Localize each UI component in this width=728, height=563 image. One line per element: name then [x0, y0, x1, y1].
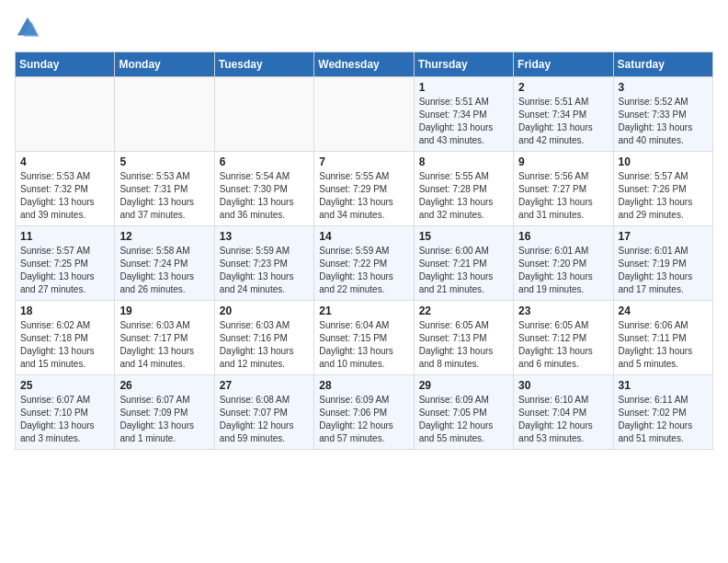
header-day: Sunday	[16, 52, 115, 77]
calendar-header: SundayMondayTuesdayWednesdayThursdayFrid…	[16, 52, 713, 77]
day-info: Sunrise: 6:02 AM Sunset: 7:18 PM Dayligh…	[20, 319, 109, 371]
header-day: Monday	[115, 52, 214, 77]
calendar-cell: 7Sunrise: 5:55 AM Sunset: 7:29 PM Daylig…	[314, 152, 414, 226]
calendar-week-row: 1Sunrise: 5:51 AM Sunset: 7:34 PM Daylig…	[16, 77, 713, 152]
day-info: Sunrise: 6:05 AM Sunset: 7:13 PM Dayligh…	[419, 319, 508, 371]
day-number: 12	[119, 230, 209, 243]
day-number: 11	[20, 230, 109, 243]
day-info: Sunrise: 5:54 AM Sunset: 7:30 PM Dayligh…	[220, 170, 309, 222]
day-info: Sunrise: 5:53 AM Sunset: 7:32 PM Dayligh…	[20, 170, 109, 222]
calendar-cell: 27Sunrise: 6:08 AM Sunset: 7:07 PM Dayli…	[214, 375, 313, 450]
day-number: 24	[619, 304, 708, 317]
day-info: Sunrise: 6:01 AM Sunset: 7:19 PM Dayligh…	[619, 245, 708, 296]
day-info: Sunrise: 5:57 AM Sunset: 7:25 PM Dayligh…	[20, 245, 109, 296]
calendar-cell: 9Sunrise: 5:56 AM Sunset: 7:27 PM Daylig…	[514, 152, 613, 226]
day-number: 22	[419, 304, 508, 317]
calendar-cell: 18Sunrise: 6:02 AM Sunset: 7:18 PM Dayli…	[16, 301, 115, 375]
header-row: SundayMondayTuesdayWednesdayThursdayFrid…	[16, 52, 713, 77]
day-number: 15	[419, 230, 508, 243]
day-number: 31	[619, 379, 708, 392]
day-number: 30	[518, 379, 608, 392]
calendar-table: SundayMondayTuesdayWednesdayThursdayFrid…	[15, 52, 713, 450]
calendar-body: 1Sunrise: 5:51 AM Sunset: 7:34 PM Daylig…	[16, 77, 713, 450]
logo-icon	[15, 15, 40, 40]
day-info: Sunrise: 5:52 AM Sunset: 7:33 PM Dayligh…	[619, 96, 708, 147]
calendar-cell	[16, 77, 115, 152]
calendar-week-row: 4Sunrise: 5:53 AM Sunset: 7:32 PM Daylig…	[16, 152, 713, 226]
day-number: 6	[220, 155, 309, 168]
calendar-cell: 19Sunrise: 6:03 AM Sunset: 7:17 PM Dayli…	[115, 301, 214, 375]
header-day: Thursday	[414, 52, 513, 77]
day-number: 14	[319, 230, 408, 243]
day-number: 27	[220, 379, 309, 392]
day-number: 29	[419, 379, 508, 392]
logo	[15, 15, 44, 40]
calendar-cell	[314, 77, 414, 152]
day-info: Sunrise: 5:53 AM Sunset: 7:31 PM Dayligh…	[119, 170, 209, 222]
calendar-cell: 31Sunrise: 6:11 AM Sunset: 7:02 PM Dayli…	[613, 375, 712, 450]
day-number: 21	[319, 304, 408, 317]
day-info: Sunrise: 5:51 AM Sunset: 7:34 PM Dayligh…	[518, 96, 608, 147]
calendar-cell	[214, 77, 313, 152]
page-header	[15, 15, 713, 40]
day-info: Sunrise: 6:11 AM Sunset: 7:02 PM Dayligh…	[619, 394, 708, 445]
calendar-cell: 16Sunrise: 6:01 AM Sunset: 7:20 PM Dayli…	[514, 226, 613, 301]
header-day: Wednesday	[314, 52, 414, 77]
day-info: Sunrise: 5:59 AM Sunset: 7:22 PM Dayligh…	[319, 245, 408, 296]
day-info: Sunrise: 6:10 AM Sunset: 7:04 PM Dayligh…	[518, 394, 608, 445]
calendar-week-row: 25Sunrise: 6:07 AM Sunset: 7:10 PM Dayli…	[16, 375, 713, 450]
day-number: 25	[20, 379, 109, 392]
calendar-cell: 24Sunrise: 6:06 AM Sunset: 7:11 PM Dayli…	[613, 301, 712, 375]
day-number: 2	[518, 81, 608, 94]
day-info: Sunrise: 6:09 AM Sunset: 7:06 PM Dayligh…	[319, 394, 408, 445]
day-number: 19	[119, 304, 209, 317]
header-day: Friday	[514, 52, 613, 77]
calendar-cell: 28Sunrise: 6:09 AM Sunset: 7:06 PM Dayli…	[314, 375, 414, 450]
header-day: Saturday	[613, 52, 712, 77]
calendar-cell: 13Sunrise: 5:59 AM Sunset: 7:23 PM Dayli…	[214, 226, 313, 301]
calendar-cell: 8Sunrise: 5:55 AM Sunset: 7:28 PM Daylig…	[414, 152, 513, 226]
calendar-cell	[115, 77, 214, 152]
day-number: 28	[319, 379, 408, 392]
calendar-cell: 1Sunrise: 5:51 AM Sunset: 7:34 PM Daylig…	[414, 77, 513, 152]
calendar-cell: 15Sunrise: 6:00 AM Sunset: 7:21 PM Dayli…	[414, 226, 513, 301]
calendar-cell: 3Sunrise: 5:52 AM Sunset: 7:33 PM Daylig…	[613, 77, 712, 152]
day-number: 8	[419, 155, 508, 168]
day-info: Sunrise: 6:04 AM Sunset: 7:15 PM Dayligh…	[319, 319, 408, 371]
calendar-cell: 20Sunrise: 6:03 AM Sunset: 7:16 PM Dayli…	[214, 301, 313, 375]
day-number: 26	[119, 379, 209, 392]
calendar-cell: 26Sunrise: 6:07 AM Sunset: 7:09 PM Dayli…	[115, 375, 214, 450]
day-number: 16	[518, 230, 608, 243]
day-number: 23	[518, 304, 608, 317]
calendar-week-row: 18Sunrise: 6:02 AM Sunset: 7:18 PM Dayli…	[16, 301, 713, 375]
day-info: Sunrise: 5:51 AM Sunset: 7:34 PM Dayligh…	[419, 96, 508, 147]
calendar-cell: 5Sunrise: 5:53 AM Sunset: 7:31 PM Daylig…	[115, 152, 214, 226]
calendar-week-row: 11Sunrise: 5:57 AM Sunset: 7:25 PM Dayli…	[16, 226, 713, 301]
calendar-cell: 30Sunrise: 6:10 AM Sunset: 7:04 PM Dayli…	[514, 375, 613, 450]
day-info: Sunrise: 6:01 AM Sunset: 7:20 PM Dayligh…	[518, 245, 608, 296]
day-number: 5	[119, 155, 209, 168]
header-day: Tuesday	[214, 52, 313, 77]
day-number: 18	[20, 304, 109, 317]
day-info: Sunrise: 6:00 AM Sunset: 7:21 PM Dayligh…	[419, 245, 508, 296]
day-info: Sunrise: 6:08 AM Sunset: 7:07 PM Dayligh…	[220, 394, 309, 445]
day-info: Sunrise: 6:06 AM Sunset: 7:11 PM Dayligh…	[619, 319, 708, 371]
day-info: Sunrise: 6:03 AM Sunset: 7:17 PM Dayligh…	[119, 319, 209, 371]
day-info: Sunrise: 6:09 AM Sunset: 7:05 PM Dayligh…	[419, 394, 508, 445]
day-info: Sunrise: 5:59 AM Sunset: 7:23 PM Dayligh…	[220, 245, 309, 296]
day-info: Sunrise: 6:03 AM Sunset: 7:16 PM Dayligh…	[220, 319, 309, 371]
day-info: Sunrise: 5:55 AM Sunset: 7:28 PM Dayligh…	[419, 170, 508, 222]
day-number: 9	[518, 155, 608, 168]
calendar-cell: 25Sunrise: 6:07 AM Sunset: 7:10 PM Dayli…	[16, 375, 115, 450]
calendar-cell: 29Sunrise: 6:09 AM Sunset: 7:05 PM Dayli…	[414, 375, 513, 450]
day-number: 4	[20, 155, 109, 168]
day-info: Sunrise: 6:05 AM Sunset: 7:12 PM Dayligh…	[518, 319, 608, 371]
calendar-cell: 12Sunrise: 5:58 AM Sunset: 7:24 PM Dayli…	[115, 226, 214, 301]
day-number: 20	[220, 304, 309, 317]
day-number: 3	[619, 81, 708, 94]
day-info: Sunrise: 6:07 AM Sunset: 7:09 PM Dayligh…	[119, 394, 209, 445]
calendar-cell: 23Sunrise: 6:05 AM Sunset: 7:12 PM Dayli…	[514, 301, 613, 375]
day-info: Sunrise: 5:56 AM Sunset: 7:27 PM Dayligh…	[518, 170, 608, 222]
day-number: 1	[419, 81, 508, 94]
day-number: 13	[220, 230, 309, 243]
